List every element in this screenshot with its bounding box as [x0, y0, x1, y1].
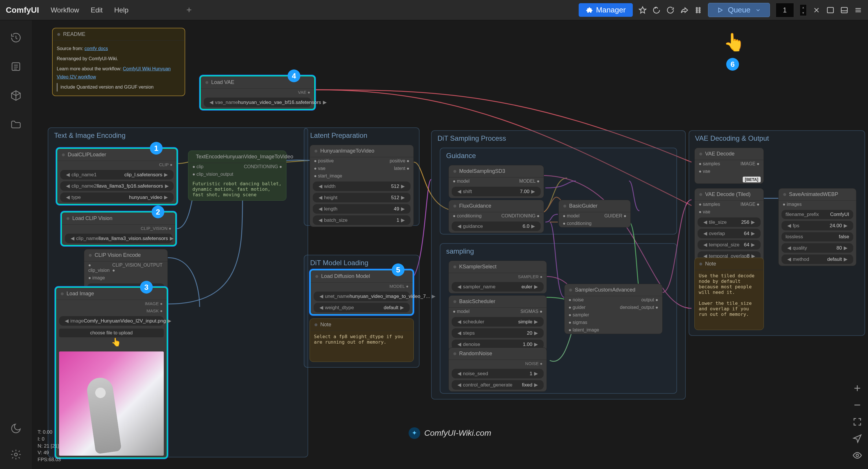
badge-3: 3: [140, 281, 153, 294]
badge-1: 1: [150, 142, 163, 155]
hamburger-icon[interactable]: [854, 6, 862, 14]
canvas-stats: T: 0.00 I: 0 N: 21 [21] V: 49 FPS:68.03: [38, 429, 61, 463]
flux-guidance-node[interactable]: FluxGuidance ● conditioningCONDITIONING …: [448, 200, 544, 233]
sampler-custom-advanced-node[interactable]: SamplerCustomAdvanced ● noiseoutput ● ● …: [564, 284, 662, 334]
menu-edit[interactable]: Edit: [91, 6, 102, 14]
chevron-down-icon: [755, 7, 761, 13]
close-icon[interactable]: [812, 6, 820, 14]
svg-point-1: [699, 7, 700, 9]
refresh-icon[interactable]: [666, 6, 675, 14]
comfy-docs-link[interactable]: comfy docs: [85, 46, 108, 51]
play-icon: [717, 7, 723, 13]
batch-spinner[interactable]: ▲▼: [800, 4, 807, 16]
panel-left-icon[interactable]: [826, 6, 834, 14]
share-icon[interactable]: [680, 6, 688, 14]
ksampler-select-node[interactable]: KSamplerSelect SAMPLER ● ◀sampler_nameeu…: [448, 261, 547, 294]
badge-5: 5: [392, 263, 404, 276]
basic-scheduler-node[interactable]: BasicScheduler ● modelSIGMAS ● ◀schedule…: [448, 295, 547, 351]
vae-decode-tiled-node[interactable]: VAE Decode (Tiled) ● samplesIMAGE ● ● va…: [694, 188, 764, 263]
queue-list-icon[interactable]: [10, 61, 22, 72]
grip-icon[interactable]: [694, 6, 702, 14]
readme-title: README: [63, 31, 85, 37]
badge-6: 6: [726, 58, 739, 71]
note-vae-node[interactable]: Note Use the tiled decode node by defaul…: [694, 258, 764, 330]
zoom-in-icon[interactable]: [852, 383, 862, 393]
svg-rect-7: [841, 7, 847, 13]
gear-icon[interactable]: [10, 449, 22, 460]
panel-bottom-icon[interactable]: [840, 6, 848, 14]
pointer-icon: 👆: [111, 337, 216, 347]
note-dit-node[interactable]: Note Select a fp8 weight_dtype if you ar…: [310, 319, 414, 362]
badge-4: 4: [288, 69, 300, 82]
basic-guider-node[interactable]: BasicGuider ● modelGUIDER ● ● conditioni…: [558, 200, 631, 228]
fit-icon[interactable]: [852, 417, 862, 427]
save-webp-node[interactable]: SaveAnimatedWEBP ● images filename_prefi…: [778, 188, 857, 266]
top-bar: ComfyUI Workflow Edit Help + Manager Que…: [0, 0, 868, 20]
beta-badge: [BETA]: [743, 177, 761, 182]
svg-point-0: [696, 7, 698, 9]
history-icon[interactable]: [10, 32, 22, 43]
svg-point-2: [696, 9, 698, 11]
svg-point-3: [699, 9, 700, 11]
text-encode-node[interactable]: TextEncodeHunyuanVideo_ImageToVideo ● cl…: [188, 150, 286, 201]
pointer-icon: 👆: [723, 32, 745, 52]
choose-file-button[interactable]: choose file to upload: [59, 329, 164, 337]
manager-button[interactable]: Manager: [579, 3, 633, 17]
app-logo: ComfyUI: [6, 5, 39, 15]
svg-point-20: [856, 454, 859, 457]
canvas-controls: [852, 383, 862, 460]
hunyuan-i2v-node[interactable]: HunyuanImageToVideo ● positivepositive ●…: [310, 145, 414, 227]
main-menu: Workflow Edit Help: [51, 6, 128, 14]
folder-icon[interactable]: [10, 119, 22, 130]
load-diffusion-node[interactable]: 5 Load Diffusion Model MODEL ● ◀unet_nam…: [310, 269, 414, 315]
badge-2: 2: [152, 206, 164, 218]
batch-count-input[interactable]: 1: [776, 3, 794, 18]
image-preview: [59, 351, 164, 456]
svg-point-4: [696, 11, 698, 13]
menu-workflow[interactable]: Workflow: [51, 6, 79, 14]
load-clip-vision-node[interactable]: 2 Load CLIP Vision CLIP_VISION ● ◀clip_n…: [61, 211, 177, 246]
load-vae-node[interactable]: 4 Load VAE VAE ● ◀vae_namehunyuan_video_…: [199, 75, 315, 110]
vae-decode-node[interactable]: VAE Decode ● samplesIMAGE ● ● vae [BETA]: [694, 148, 764, 184]
model-sampling-sd3-node[interactable]: ModelSamplingSD3 ● modelMODEL ● ◀shift7.…: [448, 165, 544, 198]
node-canvas[interactable]: README Source from: comfy docs Rearrange…: [32, 20, 868, 469]
locate-icon[interactable]: [852, 434, 862, 443]
eye-icon[interactable]: [852, 450, 862, 460]
zoom-out-icon[interactable]: [852, 400, 862, 410]
dual-clip-loader-node[interactable]: 1 DualCLIPLoader CLIP ● ◀clip_name1clip_…: [56, 148, 178, 205]
add-tab-button[interactable]: +: [186, 5, 192, 16]
svg-point-16: [14, 453, 18, 456]
prompt-text[interactable]: Futuristic robot dancing ballet, dynamic…: [188, 178, 286, 200]
puzzle-icon: [586, 6, 593, 14]
load-image-node[interactable]: 3 Load Image IMAGE ● MASK ● ◀imageComfy_…: [55, 287, 168, 459]
queue-button[interactable]: Queue: [708, 3, 770, 17]
watermark-icon: ✦: [408, 427, 420, 439]
menu-help[interactable]: Help: [114, 6, 128, 14]
reset-icon[interactable]: [652, 6, 660, 14]
left-sidebar: [0, 20, 32, 469]
svg-point-5: [699, 11, 700, 13]
svg-rect-6: [828, 7, 834, 13]
random-noise-node[interactable]: RandomNoise NOISE ● ◀noise_seed1▶ ◀contr…: [448, 347, 547, 392]
moon-icon[interactable]: [10, 423, 22, 434]
watermark: ✦ ComfyUI-Wiki.com: [408, 427, 491, 439]
readme-node[interactable]: README Source from: comfy docs Rearrange…: [52, 28, 185, 96]
star-icon[interactable]: [639, 6, 647, 14]
cube-icon[interactable]: [10, 90, 22, 101]
